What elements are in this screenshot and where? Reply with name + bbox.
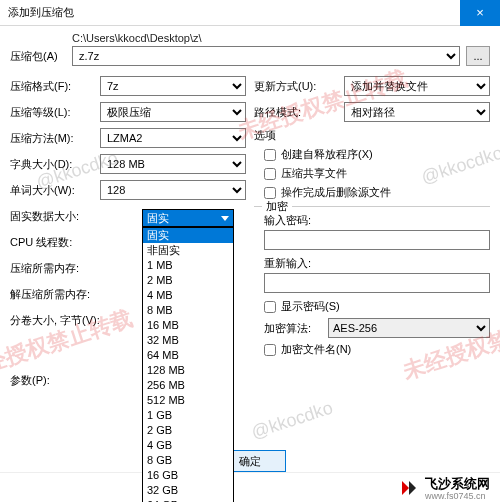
solid-option[interactable]: 64 GB	[143, 498, 233, 502]
path-value: C:\Users\kkocd\Desktop\z\	[72, 32, 490, 44]
format-label: 压缩格式(F):	[10, 79, 100, 94]
pw2-input[interactable]	[264, 273, 490, 293]
method-label: 压缩方法(M):	[10, 131, 100, 146]
options-title: 选项	[254, 128, 490, 143]
solid-option[interactable]: 512 MB	[143, 393, 233, 408]
solid-option[interactable]: 2 MB	[143, 273, 233, 288]
dict-label: 字典大小(D):	[10, 157, 100, 172]
solid-option[interactable]: 64 MB	[143, 348, 233, 363]
solid-option[interactable]: 128 MB	[143, 363, 233, 378]
update-select[interactable]: 添加并替换文件	[344, 76, 490, 96]
brand-sub: www.fs0745.cn	[425, 491, 490, 501]
solid-option[interactable]: 4 GB	[143, 438, 233, 453]
solid-select-open[interactable]: 固实	[142, 209, 234, 227]
solid-label: 固实数据大小:	[10, 209, 100, 224]
solid-option[interactable]: 16 MB	[143, 318, 233, 333]
solid-option[interactable]: 32 GB	[143, 483, 233, 498]
archive-label: 压缩包(A)	[10, 49, 66, 64]
share-checkbox[interactable]: 压缩共享文件	[264, 166, 490, 181]
encmethod-label: 加密算法:	[264, 321, 322, 336]
archive-combo[interactable]: z.7z	[72, 46, 460, 66]
solid-option[interactable]: 32 MB	[143, 333, 233, 348]
encryption-group: 加密 输入密码: 重新输入: 显示密码(S) 加密算法:AES-256 加密文件…	[254, 206, 490, 357]
word-label: 单词大小(W):	[10, 183, 100, 198]
pw2-label: 重新输入:	[264, 256, 490, 271]
solid-option[interactable]: 非固实	[143, 243, 233, 258]
pathmode-label: 路径模式:	[254, 105, 344, 120]
level-select[interactable]: 极限压缩	[100, 102, 246, 122]
encryption-title: 加密	[262, 199, 292, 214]
solid-option[interactable]: 16 GB	[143, 468, 233, 483]
method-select[interactable]: LZMA2	[100, 128, 246, 148]
split-label: 分卷大小, 字节(V):	[10, 313, 100, 328]
showpw-checkbox[interactable]: 显示密码(S)	[264, 299, 490, 314]
word-select[interactable]: 128	[100, 180, 246, 200]
brand-main: 飞沙系统网	[425, 475, 490, 493]
watermark-at: @kkocdko	[249, 397, 336, 443]
path-label	[10, 32, 66, 44]
update-label: 更新方式(U):	[254, 79, 344, 94]
pw1-input[interactable]	[264, 230, 490, 250]
right-column: 更新方式(U):添加并替换文件 路径模式:相对路径 选项 创建自释放程序(X) …	[254, 76, 490, 396]
level-label: 压缩等级(L):	[10, 105, 100, 120]
button-bar: 确定	[0, 450, 500, 472]
pw1-label: 输入密码:	[264, 213, 490, 228]
dialog-content: C:\Users\kkocd\Desktop\z\ 压缩包(A) z.7z ..…	[0, 26, 500, 402]
brand-footer: 飞沙系统网 www.fs0745.cn	[0, 472, 500, 502]
cpu-label: CPU 线程数:	[10, 235, 100, 250]
pathmode-select[interactable]: 相对路径	[344, 102, 490, 122]
solid-option[interactable]: 1 GB	[143, 408, 233, 423]
solid-option[interactable]: 8 GB	[143, 453, 233, 468]
params-label: 参数(P):	[10, 373, 100, 388]
solid-option[interactable]: 1 MB	[143, 258, 233, 273]
titlebar: 添加到压缩包 ×	[0, 0, 500, 26]
sfx-checkbox[interactable]: 创建自释放程序(X)	[264, 147, 490, 162]
memdecomp-label: 解压缩所需内存:	[10, 287, 100, 302]
dict-select[interactable]: 128 MB	[100, 154, 246, 174]
solid-option[interactable]: 固实	[143, 228, 233, 243]
solid-dropdown-list[interactable]: 固实非固实1 MB2 MB4 MB8 MB16 MB32 MB64 MB128 …	[142, 227, 234, 502]
delete-checkbox[interactable]: 操作完成后删除源文件	[264, 185, 490, 200]
encmethod-select[interactable]: AES-256	[328, 318, 490, 338]
browse-button[interactable]: ...	[466, 46, 490, 66]
window-title: 添加到压缩包	[8, 5, 460, 20]
solid-option[interactable]: 4 MB	[143, 288, 233, 303]
solid-option[interactable]: 256 MB	[143, 378, 233, 393]
solid-option[interactable]: 2 GB	[143, 423, 233, 438]
brand-icon	[399, 478, 419, 498]
memcomp-label: 压缩所需内存:	[10, 261, 100, 276]
format-select[interactable]: 7z	[100, 76, 246, 96]
encnames-checkbox[interactable]: 加密文件名(N)	[264, 342, 490, 357]
solid-option[interactable]: 8 MB	[143, 303, 233, 318]
close-button[interactable]: ×	[460, 0, 500, 26]
